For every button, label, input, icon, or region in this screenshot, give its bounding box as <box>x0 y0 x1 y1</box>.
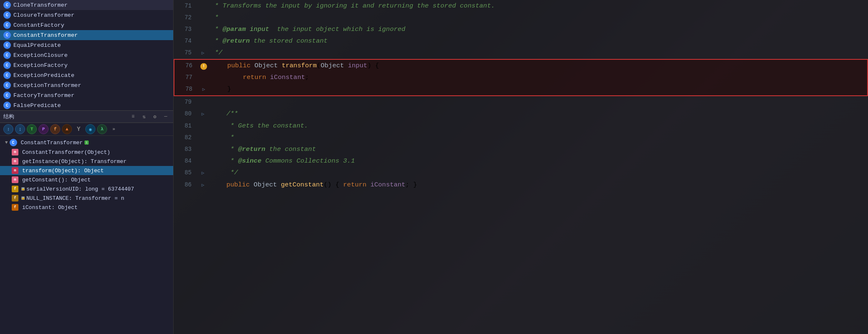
toolbar-btn-7[interactable]: ◉ <box>85 124 95 134</box>
line-content: * @return the constant <box>209 143 868 155</box>
toolbar-btn-5[interactable]: ▲ <box>62 124 72 134</box>
comment-text: * Gets the constant. <box>211 122 308 130</box>
settings-btn[interactable]: ⚙ <box>151 112 159 121</box>
struct-item-label: NULL_INSTANCE: Transformer = n <box>26 195 124 201</box>
line-number: 84 <box>174 155 197 167</box>
javadoc-text: the constant <box>269 145 316 153</box>
comment-text: * <box>211 134 234 141</box>
toolbar-btn-1[interactable]: ↨ <box>15 124 25 134</box>
line-content: /** <box>209 108 868 120</box>
line-number: 72 <box>174 12 197 23</box>
tree-item-falsepredicate[interactable]: CFalsePredicate <box>0 100 173 110</box>
struct-item-6[interactable]: f🔒NULL_INSTANCE: Transformer = n <box>0 194 173 203</box>
code-text: return iConstant; <box>212 74 309 81</box>
class-icon: C <box>3 11 11 19</box>
class-icon: C <box>3 41 11 49</box>
line-content: */ <box>209 167 868 178</box>
line-content: */ <box>209 47 868 59</box>
struct-item-0[interactable]: ▼CConstantTransformeri <box>0 138 173 148</box>
struct-item-label: ConstantTransformer(Object) <box>22 149 110 156</box>
tree-item-exceptionpredicate[interactable]: CExceptionPredicate <box>0 70 173 80</box>
toolbar-btn-4[interactable]: f <box>50 124 60 134</box>
align-list-btn[interactable]: ≡ <box>129 112 137 121</box>
struct-method-icon: f <box>12 204 18 211</box>
toolbar-btn-2[interactable]: T <box>27 124 37 134</box>
file-tree: CCloneTransformerCClosureTransformerCCon… <box>0 0 173 110</box>
code-line-75: 75▷ */ <box>174 47 868 59</box>
code-line-85: 85▷ */ <box>174 167 868 179</box>
line-content: return iConstant; <box>210 71 867 83</box>
keyword: return <box>343 181 366 189</box>
javadoc-tag: @param <box>223 25 246 33</box>
structure-content[interactable]: ▼CConstantTransformerimConstantTransform… <box>0 136 173 334</box>
struct-method-icon: f <box>12 195 18 201</box>
javadoc-tag: @since <box>238 157 261 165</box>
struct-item-3[interactable]: mtransform(Object): Object <box>0 166 173 175</box>
lock-badge: 🔒 <box>21 187 25 191</box>
tree-item-constantfactory[interactable]: CConstantFactory <box>0 20 173 30</box>
keyword: public <box>226 181 250 189</box>
comment-star: * <box>211 145 238 153</box>
line-number: 76 <box>174 60 197 71</box>
code-text: } <box>212 85 231 93</box>
tree-item-label: ExceptionTransformer <box>13 82 81 89</box>
javadoc-text: Commons Collections 3.1 <box>265 157 355 165</box>
struct-item-7[interactable]: fiConstant: Object <box>0 203 173 212</box>
tree-item-equalpredicate[interactable]: CEqualPredicate <box>0 40 173 50</box>
close-structure-btn[interactable]: — <box>161 112 170 121</box>
code-line-81: 81 * Gets the constant. <box>174 120 868 132</box>
tree-item-clonetransformer[interactable]: CCloneTransformer <box>0 0 173 10</box>
tree-item-label: ConstantTransformer <box>13 32 78 38</box>
toolbar-btn-3[interactable]: P <box>38 124 49 134</box>
tree-item-exceptionclosure[interactable]: CExceptionClosure <box>0 50 173 60</box>
class-icon: C <box>3 82 11 89</box>
field-ref: iConstant <box>270 74 305 81</box>
toolbar-btn-6[interactable]: Y <box>74 124 84 134</box>
tree-item-label: ClosureTransformer <box>13 12 74 18</box>
line-content: * @since Commons Collections 3.1 <box>209 155 868 167</box>
tree-item-closuretransformer[interactable]: CClosureTransformer <box>0 10 173 20</box>
code-line-71: 71 * Transforms the input by ignoring it… <box>174 0 868 12</box>
fold-icon[interactable]: ▷ <box>202 108 205 120</box>
tree-item-exceptiontransformer[interactable]: CExceptionTransformer <box>0 80 173 90</box>
struct-item-label: getInstance(Object): Transformer <box>22 158 127 165</box>
toolbar-btn-8[interactable]: λ <box>97 124 107 134</box>
code-area[interactable]: 71 * Transforms the input by ignoring it… <box>174 0 868 334</box>
tree-item-constanttransformer[interactable]: CConstantTransformer <box>0 30 173 40</box>
fold-icon[interactable]: ▷ <box>202 84 205 95</box>
struct-item-label: ConstantTransformer <box>21 140 83 146</box>
code-line-84: 84 * @since Commons Collections 3.1 <box>174 155 868 167</box>
javadoc-tag: @return <box>238 145 265 153</box>
line-content: public Object transform(Object input) { <box>210 60 867 71</box>
code-line-76: 76! public Object transform(Object input… <box>174 60 867 71</box>
fold-icon[interactable]: ▷ <box>202 167 205 179</box>
line-gutter: ▷ <box>197 179 209 191</box>
class-icon: C <box>3 1 11 9</box>
toolbar-btn-9[interactable]: » <box>109 124 119 134</box>
expand-arrow: ▼ <box>5 140 8 145</box>
fold-icon[interactable]: ▷ <box>202 47 205 59</box>
struct-item-2[interactable]: mgetInstance(Object): Transformer <box>0 157 173 166</box>
tree-item-label: ExceptionClosure <box>13 52 68 59</box>
sort-btn[interactable]: ⇅ <box>140 112 148 121</box>
struct-method-icon: f <box>12 186 18 192</box>
tree-item-label: FalsePredicate <box>13 102 61 109</box>
struct-item-1[interactable]: mConstantTransformer(Object) <box>0 148 173 157</box>
line-gutter: ▷ <box>197 108 209 120</box>
expand-icon[interactable]: ▷ <box>202 179 205 191</box>
tree-item-exceptionfactory[interactable]: CExceptionFactory <box>0 60 173 70</box>
field-ref: iConstant <box>370 181 405 189</box>
class-icon: C <box>3 102 11 109</box>
left-panel: CCloneTransformerCClosureTransformerCCon… <box>0 0 174 334</box>
editor-panel: 71 * Transforms the input by ignoring it… <box>174 0 868 334</box>
code-line-72: 72 * <box>174 12 868 23</box>
code-text: public Object transform(Object input) { <box>212 62 379 69</box>
line-content: * @param input the input object which is… <box>209 23 868 35</box>
struct-item-5[interactable]: f🔒serialVersionUID: long = 63744407 <box>0 184 173 194</box>
struct-item-4[interactable]: mgetConstant(): Object <box>0 175 173 184</box>
lock-badge: 🔒 <box>21 196 25 200</box>
tree-item-factorytransformer[interactable]: CFactoryTransformer <box>0 90 173 100</box>
line-number: 73 <box>174 23 197 35</box>
struct-item-label: transform(Object): Object <box>22 168 104 174</box>
toolbar-btn-0[interactable]: ↕ <box>3 124 13 134</box>
